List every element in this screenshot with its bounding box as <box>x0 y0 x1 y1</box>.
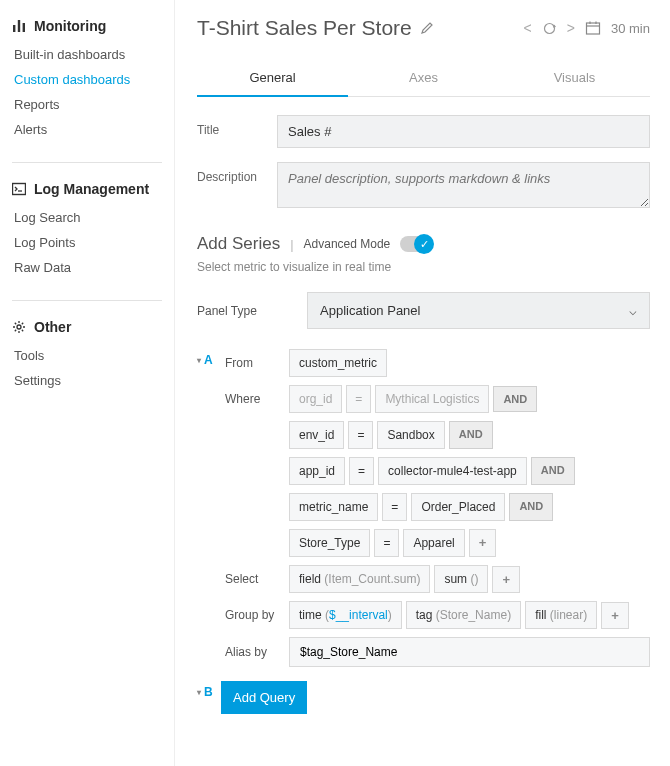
svg-rect-1 <box>18 20 20 32</box>
query-letter-a[interactable]: ▾ A <box>197 349 221 367</box>
query-from-row: From custom_metric <box>221 349 650 377</box>
label-from: From <box>221 356 289 370</box>
add-series-header: Add Series | Advanced Mode <box>197 234 650 254</box>
advanced-mode-toggle[interactable] <box>400 236 432 252</box>
where-conj-chip[interactable]: AND <box>509 493 553 521</box>
groupby-tag-chip[interactable]: tag (Store_Name) <box>406 601 521 629</box>
page-title-text: T-Shirt Sales Per Store <box>197 16 412 40</box>
panel-type-select[interactable]: Application Panel ⌵ <box>307 292 650 329</box>
select-field-paren: (Item_Count.sum) <box>324 572 420 586</box>
collapse-triangle-icon: ▾ <box>197 688 201 697</box>
select-field-prefix: field <box>299 572 321 586</box>
where-field-chip[interactable]: metric_name <box>289 493 378 521</box>
query-block-b: ▾ B Add Query <box>197 681 650 714</box>
main-panel: T-Shirt Sales Per Store < > 30 min Gener… <box>175 0 670 766</box>
where-field-chip[interactable]: org_id <box>289 385 342 413</box>
label-select: Select <box>221 572 289 586</box>
header-tools: < > 30 min <box>524 20 650 36</box>
description-input[interactable] <box>277 162 650 208</box>
sidebar-item-custom-dashboards[interactable]: Custom dashboards <box>12 67 162 92</box>
pencil-icon[interactable] <box>420 21 434 35</box>
sidebar-item-log-points[interactable]: Log Points <box>12 230 162 255</box>
groupby-add-chip[interactable]: + <box>601 602 629 629</box>
label-aliasby: Alias by <box>221 645 289 659</box>
where-value-chip[interactable]: collector-mule4-test-app <box>378 457 527 485</box>
chevron-left-icon[interactable]: < <box>524 20 532 36</box>
svg-rect-0 <box>13 25 15 32</box>
refresh-icon[interactable] <box>542 21 557 36</box>
add-series-heading: Add Series <box>197 234 280 254</box>
label-groupby: Group by <box>221 608 289 622</box>
from-chip[interactable]: custom_metric <box>289 349 387 377</box>
sidebar-item-raw-data[interactable]: Raw Data <box>12 255 162 280</box>
label-description: Description <box>197 162 277 184</box>
svg-rect-7 <box>586 23 599 34</box>
chevron-right-icon[interactable]: > <box>567 20 575 36</box>
sidebar-item-reports[interactable]: Reports <box>12 92 162 117</box>
add-query-button[interactable]: Add Query <box>221 681 307 714</box>
where-field-chip[interactable]: env_id <box>289 421 344 449</box>
sidebar-section-monitoring: Monitoring Built-in dashboards Custom da… <box>12 18 162 142</box>
sidebar-item-settings[interactable]: Settings <box>12 368 162 393</box>
sidebar-heading-label: Log Management <box>34 181 149 197</box>
svg-point-5 <box>17 325 21 329</box>
where-value-chip[interactable]: Apparel <box>403 529 464 557</box>
label-title: Title <box>197 115 277 137</box>
groupby-fill-chip[interactable]: fill (linear) <box>525 601 597 629</box>
tab-axes[interactable]: Axes <box>348 62 499 97</box>
bar-chart-icon <box>12 19 26 33</box>
svg-point-6 <box>544 23 554 33</box>
terminal-icon <box>12 182 26 196</box>
where-op-chip[interactable]: = <box>349 457 374 485</box>
query-body-a: From custom_metric Where org_id = Mythic… <box>221 349 650 675</box>
query-letter-b[interactable]: ▾ B <box>197 681 221 699</box>
where-op-chip[interactable]: = <box>374 529 399 557</box>
where-field-chip[interactable]: Store_Type <box>289 529 370 557</box>
select-agg-prefix: sum <box>444 572 467 586</box>
sidebar-heading-other: Other <box>12 319 162 335</box>
where-op-chip[interactable]: = <box>346 385 371 413</box>
sidebar-item-alerts[interactable]: Alerts <box>12 117 162 142</box>
where-op-chip[interactable]: = <box>348 421 373 449</box>
alias-input[interactable] <box>289 637 650 667</box>
select-agg-paren: () <box>470 572 478 586</box>
panel-type-row: Panel Type Application Panel ⌵ <box>197 292 650 329</box>
sidebar-heading-label: Other <box>34 319 71 335</box>
select-agg-chip[interactable]: sum () <box>434 565 488 593</box>
query-select-row: Select field (Item_Count.sum) sum () + <box>221 565 650 593</box>
sidebar-item-log-search[interactable]: Log Search <box>12 205 162 230</box>
page-title: T-Shirt Sales Per Store <box>197 16 434 40</box>
tab-general[interactable]: General <box>197 62 348 97</box>
svg-rect-3 <box>13 184 26 195</box>
query-block-a: ▾ A From custom_metric Where org_id = My… <box>197 349 650 675</box>
sidebar: Monitoring Built-in dashboards Custom da… <box>0 0 175 766</box>
form-row-description: Description <box>197 162 650 208</box>
where-op-chip[interactable]: = <box>382 493 407 521</box>
sidebar-heading-logs: Log Management <box>12 181 162 197</box>
sidebar-heading-monitoring: Monitoring <box>12 18 162 34</box>
where-field-chip[interactable]: app_id <box>289 457 345 485</box>
form-row-title: Title <box>197 115 650 148</box>
query-where-row-4: Store_Type = Apparel + <box>289 529 650 557</box>
tab-visuals[interactable]: Visuals <box>499 62 650 97</box>
where-add-chip[interactable]: + <box>469 529 497 557</box>
select-field-chip[interactable]: field (Item_Count.sum) <box>289 565 430 593</box>
where-value-chip[interactable]: Order_Placed <box>411 493 505 521</box>
where-conj-chip[interactable]: AND <box>493 386 537 412</box>
page-header: T-Shirt Sales Per Store < > 30 min <box>197 16 650 40</box>
select-add-chip[interactable]: + <box>492 566 520 593</box>
where-value-chip[interactable]: Sandbox <box>377 421 444 449</box>
where-conj-chip[interactable]: AND <box>449 421 493 449</box>
query-where-row-1: env_id = Sandbox AND <box>289 421 650 449</box>
panel-type-value: Application Panel <box>320 303 420 318</box>
calendar-icon[interactable] <box>585 20 601 36</box>
groupby-time-chip[interactable]: time ($__interval) <box>289 601 402 629</box>
sidebar-item-tools[interactable]: Tools <box>12 343 162 368</box>
divider: | <box>290 237 293 252</box>
label-where: Where <box>221 392 289 406</box>
title-input[interactable] <box>277 115 650 148</box>
where-value-chip[interactable]: Mythical Logistics <box>375 385 489 413</box>
time-range-label[interactable]: 30 min <box>611 21 650 36</box>
where-conj-chip[interactable]: AND <box>531 457 575 485</box>
sidebar-item-builtin-dashboards[interactable]: Built-in dashboards <box>12 42 162 67</box>
